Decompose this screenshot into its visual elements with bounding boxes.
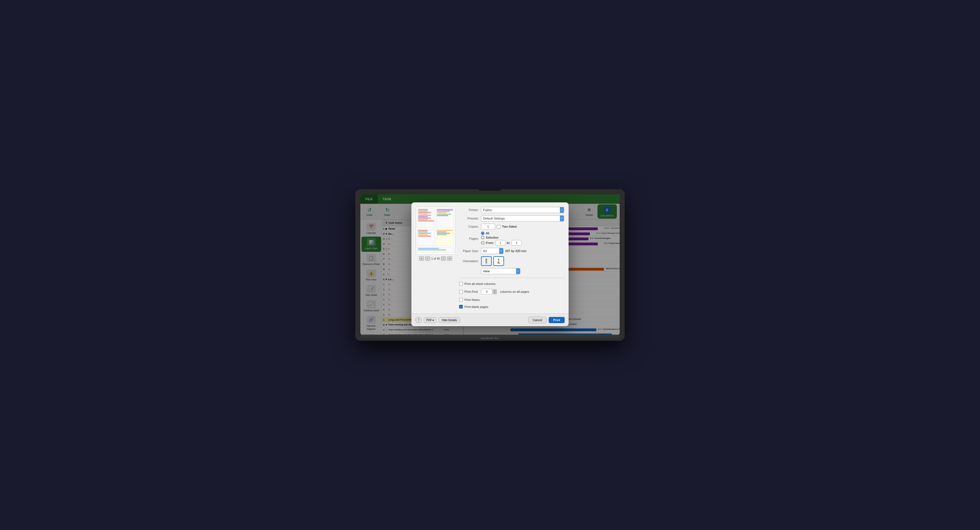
print-first-label: Print First xyxy=(465,290,478,293)
print-notes-checkbox[interactable] xyxy=(459,298,463,301)
page-info: 1 of 45 xyxy=(431,257,440,260)
laptop-base: MacBook Pro xyxy=(360,334,620,341)
landscape-button[interactable]: 🧎 xyxy=(493,256,504,266)
printer-select[interactable]: Fujitsu ▾ xyxy=(481,207,564,213)
print-first-input[interactable]: 3 xyxy=(481,289,492,294)
pdf-arrow: ▾ xyxy=(433,318,434,322)
print-blank-checkbox[interactable]: ✓ xyxy=(459,305,463,309)
pdf-label: PDF xyxy=(426,318,432,322)
pages-selection-label: Selection xyxy=(486,236,498,239)
print-first-row: Print First 3 ▲ ▼ columns on all pages xyxy=(459,288,564,295)
print-first-stepper-group: 3 ▲ ▼ xyxy=(481,289,497,294)
print-first-stepper: ▲ ▼ xyxy=(493,289,497,294)
presets-label: Presets: xyxy=(459,217,479,220)
pages-control: All Selection From: xyxy=(481,232,564,246)
laptop-notch xyxy=(479,189,501,191)
pages-selection-row: Selection xyxy=(481,236,522,239)
columns-label: columns on all pages xyxy=(500,290,529,293)
pages-selection-radio[interactable] xyxy=(481,236,484,239)
orientation-label: Orientation: xyxy=(459,259,479,263)
printer-row: Printer: Fujitsu ▾ xyxy=(459,207,564,213)
pages-all-row: All xyxy=(481,232,522,235)
print-all-columns-row: Print all sheet columns xyxy=(459,281,564,286)
presets-row: Presets: Default Settings ▾ xyxy=(459,215,564,221)
presets-arrow: ▾ xyxy=(560,216,564,221)
last-page-button[interactable]: » xyxy=(447,256,452,261)
view-arrow: ▾ xyxy=(516,268,520,274)
two-sided-checkbox[interactable] xyxy=(497,225,500,229)
copies-input[interactable]: 1 xyxy=(481,224,495,229)
pages-from-row: From: 1 to: 1 xyxy=(481,240,522,246)
pages-radio-group: All Selection From: xyxy=(481,232,522,246)
paper-size-arrow: ▾ xyxy=(499,248,503,254)
pages-to-label: to: xyxy=(507,241,510,245)
pdf-button[interactable]: PDF ▾ xyxy=(424,317,436,323)
orientation-control: 🧍 🧎 xyxy=(481,256,564,266)
macbook-label: MacBook Pro xyxy=(481,337,499,340)
view-value: View xyxy=(483,269,490,273)
portrait-button[interactable]: 🧍 xyxy=(481,256,492,266)
pages-from-input[interactable]: 1 xyxy=(495,240,506,246)
printer-label: Printer: xyxy=(459,208,479,212)
copies-control: 1 Two-Sided xyxy=(481,224,564,229)
copies-row: Copies: 1 Two-Sided xyxy=(459,224,564,229)
two-sided-label: Two-Sided xyxy=(502,225,517,228)
print-first-checkbox[interactable] xyxy=(459,290,463,294)
printer-arrow: ▾ xyxy=(560,207,564,213)
print-blank-label: Print blank pages xyxy=(465,305,488,309)
print-button[interactable]: Print xyxy=(549,317,565,323)
paper-size-select[interactable]: A3 ▾ xyxy=(481,248,503,254)
view-row: View ▾ xyxy=(459,268,564,274)
print-first-down[interactable]: ▼ xyxy=(493,292,497,294)
copies-label: Copies: xyxy=(459,225,479,228)
orientation-row: Orientation: 🧍 🧎 xyxy=(459,256,564,266)
print-first-up[interactable]: ▲ xyxy=(493,289,497,292)
print-preview-image xyxy=(416,207,455,255)
pages-from-label: From: xyxy=(486,241,494,245)
presets-control: Default Settings ▾ xyxy=(481,215,564,221)
print-notes-label: Print Notes xyxy=(465,298,480,301)
pages-all-label: All xyxy=(486,232,489,235)
view-select[interactable]: View ▾ xyxy=(481,268,520,274)
pages-label: Pages: xyxy=(459,237,479,240)
paper-size-row: Paper Size: A3 ▾ 297 by 420 mm xyxy=(459,248,564,254)
first-page-button[interactable]: « xyxy=(419,256,424,261)
printer-control: Fujitsu ▾ xyxy=(481,207,564,213)
dialog-footer: ? PDF ▾ Hide Details Cancel Print xyxy=(411,314,569,326)
next-page-button[interactable]: › xyxy=(441,256,446,261)
pages-from-radio[interactable] xyxy=(481,241,484,245)
printer-value: Fujitsu xyxy=(483,208,492,212)
paper-dims: 297 by 420 mm xyxy=(505,249,527,253)
view-control: View ▾ xyxy=(481,268,564,274)
print-notes-row: Print Notes xyxy=(459,297,564,302)
cancel-button[interactable]: Cancel xyxy=(528,317,546,323)
dialog-form: Printer: Fujitsu ▾ Presets: xyxy=(459,207,564,309)
print-blank-row: ✓ Print blank pages xyxy=(459,304,564,309)
pages-to-input[interactable]: 1 xyxy=(512,240,522,246)
prev-page-button[interactable]: ‹ xyxy=(425,256,430,261)
print-all-columns-label: Print all sheet columns xyxy=(465,282,496,285)
paper-size-control: A3 ▾ 297 by 420 mm xyxy=(481,248,564,254)
hide-details-button[interactable]: Hide Details xyxy=(439,317,460,323)
pages-row: Pages: All xyxy=(459,232,564,246)
paper-size-label: Paper Size: xyxy=(459,249,479,253)
preview-nav: « ‹ 1 of 45 › » xyxy=(416,256,455,261)
pages-all-radio[interactable] xyxy=(481,232,484,235)
presets-value: Default Settings xyxy=(483,217,505,220)
help-button[interactable]: ? xyxy=(415,317,422,323)
print-all-columns-checkbox[interactable] xyxy=(459,282,463,285)
print-dialog: « ‹ 1 of 45 › » xyxy=(411,202,569,326)
dialog-content: « ‹ 1 of 45 › » xyxy=(411,202,569,314)
presets-select[interactable]: Default Settings ▾ xyxy=(481,215,564,221)
dialog-overlay: « ‹ 1 of 45 › » xyxy=(360,194,620,334)
print-preview-panel: « ‹ 1 of 45 › » xyxy=(416,207,455,309)
paper-size-value: A3 xyxy=(483,249,487,253)
